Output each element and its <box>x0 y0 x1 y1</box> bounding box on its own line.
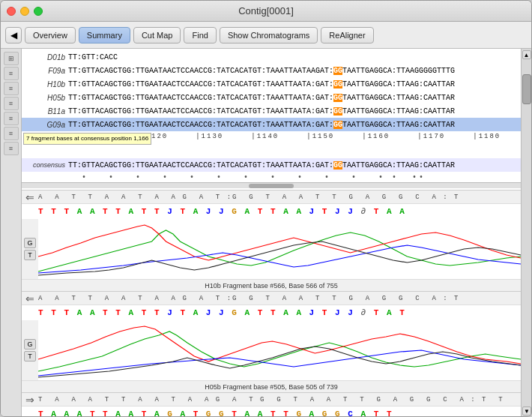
realigner-button[interactable]: ReAligner <box>321 27 373 44</box>
scroll-down-button[interactable]: ▼ <box>522 406 531 416</box>
seq-data-d01b: TT:GTT:CACC <box>68 53 521 62</box>
dots-row: • • • • • • • • • • • • • •• <box>22 172 521 182</box>
chrom1-svg <box>38 219 521 279</box>
panel-icon-5[interactable]: ≡ <box>4 112 19 125</box>
traffic-lights <box>7 7 43 16</box>
ruler-tooltip-area: 7 fragment bases at consensus position 1… <box>22 131 521 158</box>
sequence-row-f09a: F09a TT:GTTACAGCTGG:TTGAATAACTCCAACCG:TA… <box>22 64 521 77</box>
seq-data-f09a: TT:GTTACAGCTGG:TTGAATAACTCCAACCG:TATCACA… <box>68 67 521 75</box>
window-title: Contig[0001] <box>238 5 294 16</box>
panel-icon-1[interactable]: ⊞ <box>4 52 19 65</box>
seq-label-d01b: D01b <box>22 53 68 62</box>
chrom1-graph-container: G T <box>22 219 521 279</box>
toolbar: ◀ Overview Summary Cut Map Find Show Chr… <box>1 22 531 49</box>
overview-button[interactable]: Overview <box>25 27 76 44</box>
cutmap-button[interactable]: Cut Map <box>133 27 181 44</box>
chrom2-svg <box>38 320 521 380</box>
chrom2-side-controls: G T <box>22 320 38 380</box>
seq-label-h10b: H10b <box>22 80 68 88</box>
chrom3-colored-row: T A A A T T A A T A G A T G G T A A T T … <box>22 406 521 416</box>
chrom2-btn1[interactable]: G <box>24 339 36 350</box>
back-arrow-icon: ◀ <box>10 30 17 40</box>
chrom1-colored-seq: T T T A A T T A T T J T A J J G A T T A … <box>38 207 406 216</box>
chromatogram-block-1: ⇐ A A T T A A T A A G A T :G G T A A T T… <box>22 190 521 292</box>
seq-data-consensus: TT:GTTACAGCTGG:TTGAATAACTCCAACCG:TATCACA… <box>68 161 521 170</box>
chrom2-btn2[interactable]: T <box>24 351 36 362</box>
sequence-area: D01b TT:GTT:CACC F09a TT:GTTACAGCTGG:TTG… <box>22 49 521 416</box>
chrom1-caption: H10b Fragment base #566, Base 566 of 755 <box>22 279 521 291</box>
maximize-button[interactable] <box>34 7 43 16</box>
show-chromatograms-button[interactable]: Show Chromatograms <box>220 27 318 44</box>
seq-data-g09a: TT:GTTACAGCTGG:TTGAATAACTCCAACCG:TATCACA… <box>68 121 521 129</box>
scrollbar-thumb-h[interactable] <box>249 184 294 188</box>
sequence-row-g09a: G09a TT:GTTACAGCTGG:TTGAATAACTCCAACCG:TA… <box>22 118 521 131</box>
consensus-row: consensus TT:GTTACAGCTGG:TTGAATAACTCCAAC… <box>22 158 521 172</box>
seq-data-h05b: TT:GTTACAGCTGG:TTGAATAACTCCAACCG:TATCACA… <box>68 94 521 102</box>
chrom1-arrow: ⇐ <box>22 191 38 203</box>
vertical-scrollbar[interactable]: ▲ ▼ <box>521 49 531 416</box>
chrom1-colored-row: T T T A A T T A T T J T A J J G A T T A … <box>22 204 521 219</box>
dots-data: • • • • • • • • • • • • • •• <box>68 173 426 182</box>
chrom1-graph <box>38 219 521 279</box>
sequence-rows-section: D01b TT:GTT:CACC F09a TT:GTTACAGCTGG:TTG… <box>22 49 521 190</box>
chrom2-graph <box>38 320 521 380</box>
chrom2-header: ⇐ A A T T A A T A A G A T :G G T A A T T… <box>22 292 521 305</box>
find-button[interactable]: Find <box>184 27 216 44</box>
close-button[interactable] <box>7 7 16 16</box>
seq-label-g09a: G09a <box>22 121 68 129</box>
chrom2-colored-row: T T T A A T T A T T J T A J J G A T T A … <box>22 305 521 320</box>
panel-icon-6[interactable]: ≡ <box>4 127 19 140</box>
chrom1-header: ⇐ A A T T A A T A A G A T :G G T A A T T… <box>22 190 521 204</box>
chrom3-header: ⇒ T A A A T T A A T A A G A T G G T A A … <box>22 393 521 406</box>
seq-label-consensus: consensus <box>22 161 68 169</box>
seq-label-f09a: F09a <box>22 67 68 75</box>
panel-icon-2[interactable]: ≡ <box>4 67 19 80</box>
chrom2-colored-seq: T T T A A T T A T T J T A J J G A T T A … <box>38 308 406 317</box>
panel-icon-4[interactable]: ≡ <box>4 97 19 110</box>
sequence-row-b11a: B11a TT:GTTACAGCTGG:TTGAATAACTCCAACCG:TA… <box>22 104 521 118</box>
panel-icon-3[interactable]: ≡ <box>4 82 19 95</box>
seq-label-b11a: B11a <box>22 107 68 116</box>
chrom2-caption-text: H05b Fragment base #505, Base 505 of 739 <box>205 383 338 391</box>
scrollbar-thumb-v[interactable] <box>522 74 531 104</box>
chromatogram-block-2: ⇐ A A T T A A T A A G A T :G G T A A T T… <box>22 292 521 393</box>
chromatogram-block-3: ⇒ T A A A T T A A T A A G A T G G T A A … <box>22 393 521 416</box>
panel-icon-7[interactable]: ≡ <box>4 142 19 155</box>
scroll-up-button[interactable]: ▲ <box>522 50 531 59</box>
chromatogram-section[interactable]: ⇐ A A T T A A T A A G A T :G G T A A T T… <box>22 190 521 416</box>
minimize-button[interactable] <box>20 7 29 16</box>
sequence-row-h05b: H05b TT:GTTACAGCTGG:TTGAATAACTCCAACCG:TA… <box>22 91 521 104</box>
chrom1-btn1[interactable]: G <box>24 238 36 248</box>
chrom3-header-seq: T A A A T T A A T A A G A T G G T A A T … <box>38 396 521 404</box>
summary-button[interactable]: Summary <box>79 27 130 44</box>
title-bar: Contig[0001] <box>1 1 531 22</box>
seq-label-h05b: H05b <box>22 94 68 102</box>
chrom1-side-controls: G T <box>22 219 38 279</box>
chrom3-colored-seq: T A A A T T A A T A G A T G G T A A T T … <box>38 410 393 416</box>
seq-data-b11a: TT:GTTACAGCTGG:TTGAATAACTCCAACCG:TATCACA… <box>68 107 521 116</box>
sequence-row-d01b: D01b TT:GTT:CACC <box>22 50 521 64</box>
seq-data-h10b: TT:GTTACAGCTGG:TTGAATAACTCCAACCG:TATCACA… <box>68 80 521 88</box>
main-window: Contig[0001] ◀ Overview Summary Cut Map … <box>0 0 532 417</box>
sequence-row-h10b: H10b TT:GTTACAGCTGG:TTGAATAACTCCAACCG:TA… <box>22 77 521 91</box>
horizontal-scrollbar[interactable] <box>22 182 521 188</box>
tooltip-text: 7 fragment bases at consensus position 1… <box>26 135 148 142</box>
chrom2-arrow: ⇐ <box>22 292 38 304</box>
back-arrow-button[interactable]: ◀ <box>5 27 22 44</box>
main-content: ⊞ ≡ ≡ ≡ ≡ ≡ ≡ D01b TT:GTT:CACC F09a TT:G… <box>1 49 531 416</box>
chrom3-arrow: ⇒ <box>22 394 38 406</box>
chrom1-btn2[interactable]: T <box>24 250 36 260</box>
chrom2-header-seq: A A T T A A T A A G A T :G G T A A T T G… <box>38 295 521 302</box>
chrom2-graph-container: G T <box>22 320 521 380</box>
left-panel: ⊞ ≡ ≡ ≡ ≡ ≡ ≡ <box>1 49 22 416</box>
chrom1-caption-text: H10b Fragment base #566, Base 566 of 755 <box>205 282 338 290</box>
chrom1-header-seq: A A T T A A T A A G A T :G G T A A T T G… <box>38 194 521 201</box>
tooltip-box: 7 fragment bases at consensus position 1… <box>23 133 151 145</box>
chrom2-caption: H05b Fragment base #505, Base 505 of 739 <box>22 380 521 392</box>
